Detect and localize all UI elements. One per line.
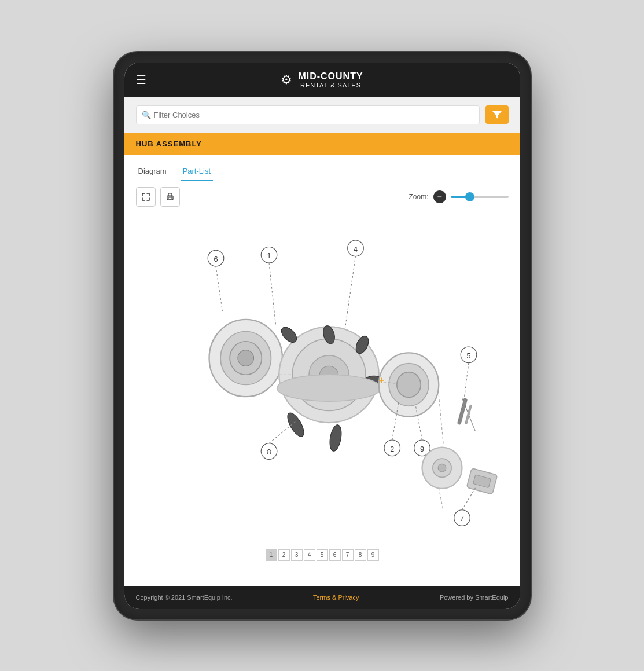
tab-part-list[interactable]: Part-List — [181, 162, 213, 181]
company-subtitle: RENTAL & SALES — [298, 82, 363, 89]
pagination: 1 2 3 4 5 6 7 8 9 — [124, 544, 520, 570]
tab-bar: Diagram Part-List — [124, 155, 520, 181]
page-1[interactable]: 1 — [266, 549, 277, 561]
svg-point-18 — [237, 350, 253, 366]
terms-link[interactable]: Terms & Privacy — [313, 594, 359, 601]
page-4[interactable]: 4 — [304, 549, 315, 561]
expand-button[interactable] — [136, 187, 156, 207]
svg-text:8: 8 — [267, 448, 271, 456]
svg-text:+: + — [378, 375, 384, 385]
svg-text:7: 7 — [459, 515, 463, 523]
zoom-label: Zoom: — [409, 193, 428, 201]
assembly-header: HUB ASSEMBLY — [124, 133, 520, 155]
diagram-area: 6 1 4 — [124, 212, 520, 544]
page-5[interactable]: 5 — [317, 549, 328, 561]
page-3[interactable]: 3 — [291, 549, 303, 561]
assembly-title: HUB ASSEMBLY — [136, 140, 202, 148]
powered-by-text: Powered by SmartEquip — [440, 594, 509, 601]
company-name: MID-COUNTY — [298, 71, 363, 82]
search-wrapper: 🔍 — [136, 105, 480, 124]
svg-marker-0 — [492, 111, 502, 119]
filter-button[interactable] — [485, 105, 509, 124]
menu-button[interactable]: ☰ — [136, 73, 146, 87]
svg-text:1: 1 — [267, 252, 271, 260]
app-header: ☰ ⚙ MID-COUNTY RENTAL & SALES — [124, 63, 520, 97]
search-input[interactable] — [136, 105, 480, 124]
page-6[interactable]: 6 — [329, 549, 341, 561]
print-icon — [166, 193, 174, 201]
tablet-device: ☰ ⚙ MID-COUNTY RENTAL & SALES 🔍 — [114, 52, 531, 619]
page-7[interactable]: 7 — [342, 549, 354, 561]
zoom-slider[interactable] — [451, 196, 509, 198]
search-area: 🔍 — [124, 97, 520, 133]
copyright-text: Copyright © 2021 SmartEquip Inc. — [136, 594, 233, 601]
svg-text:4: 4 — [353, 245, 357, 253]
svg-text:5: 5 — [466, 351, 470, 360]
content-area: Diagram Part-List — [124, 155, 520, 586]
company-title: MID-COUNTY RENTAL & SALES — [298, 71, 363, 89]
page-8[interactable]: 8 — [355, 549, 366, 561]
page-9[interactable]: 9 — [367, 549, 379, 561]
zoom-minus-button[interactable]: − — [433, 190, 446, 203]
svg-rect-3 — [168, 197, 172, 199]
svg-point-32 — [396, 372, 420, 398]
print-button[interactable] — [160, 187, 180, 207]
svg-text:9: 9 — [419, 445, 424, 453]
brand-logo: ⚙ MID-COUNTY RENTAL & SALES — [281, 71, 363, 89]
zoom-control: Zoom: − — [409, 190, 508, 203]
svg-text:2: 2 — [390, 445, 394, 453]
svg-text:6: 6 — [214, 255, 218, 263]
expand-icon — [142, 193, 150, 201]
gear-icon: ⚙ — [281, 72, 292, 87]
svg-point-29 — [277, 375, 380, 401]
search-icon: 🔍 — [142, 111, 151, 119]
page-2[interactable]: 2 — [278, 549, 290, 561]
hub-diagram: 6 1 4 — [136, 218, 509, 538]
svg-point-42 — [438, 464, 446, 472]
filter-icon — [492, 110, 502, 119]
tablet-screen: ☰ ⚙ MID-COUNTY RENTAL & SALES 🔍 — [124, 63, 520, 609]
svg-point-4 — [171, 196, 172, 197]
diagram-toolbar: Zoom: − — [124, 181, 520, 212]
tab-diagram[interactable]: Diagram — [136, 162, 169, 181]
app-footer: Copyright © 2021 SmartEquip Inc. Terms &… — [124, 586, 520, 609]
